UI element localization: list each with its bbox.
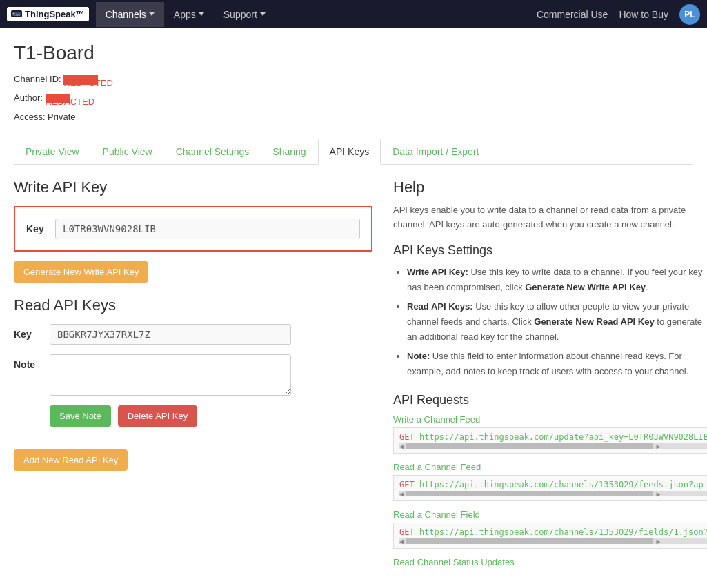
read-key-label: Key bbox=[14, 324, 41, 340]
left-column: Write API Key Key Generate New Write API… bbox=[14, 179, 372, 576]
help-description: API keys enable you to write data to a c… bbox=[393, 203, 707, 232]
write-feed-get: GET bbox=[399, 432, 415, 442]
logo-icon bbox=[11, 10, 22, 19]
api-requests-title: API Requests bbox=[393, 393, 707, 407]
read-feed-scroll-thumb bbox=[406, 491, 653, 496]
add-new-read-api-key-button[interactable]: Add New Read API Key bbox=[14, 449, 128, 471]
tab-api-keys[interactable]: API Keys bbox=[318, 139, 381, 165]
scroll-left-arrow3[interactable]: ◀ bbox=[399, 538, 404, 545]
write-feed-scrollbar[interactable]: ◀ ▶ bbox=[399, 443, 707, 449]
read-field-box: GET https://api.thingspeak.com/channels/… bbox=[393, 523, 707, 549]
note-textarea[interactable] bbox=[50, 354, 291, 396]
tab-channel-settings[interactable]: Channel Settings bbox=[164, 139, 261, 165]
write-key-row: Key bbox=[26, 219, 360, 239]
read-field-label[interactable]: Read a Channel Field bbox=[393, 509, 707, 520]
write-api-title: Write API Key bbox=[14, 179, 372, 196]
nav-channels[interactable]: Channels bbox=[96, 2, 164, 27]
read-api-title: Read API Keys bbox=[14, 296, 372, 314]
note-label: Note bbox=[14, 354, 41, 370]
support-caret bbox=[260, 12, 266, 16]
read-field-scroll-thumb bbox=[406, 538, 653, 544]
tab-private-view[interactable]: Private View bbox=[14, 139, 91, 165]
tab-public-view[interactable]: Public View bbox=[91, 139, 164, 165]
brand-text: ThingSpeak™ bbox=[25, 9, 85, 19]
write-feed-label[interactable]: Write a Channel Feed bbox=[393, 414, 707, 425]
read-feed-scrollbar[interactable]: ◀ ▶ bbox=[399, 491, 707, 496]
brand-logo[interactable]: ThingSpeak™ bbox=[7, 7, 89, 21]
scroll-right-arrow2[interactable]: ▶ bbox=[656, 490, 660, 498]
write-feed-section: Write a Channel Feed GET https://api.thi… bbox=[393, 414, 707, 454]
read-feed-section: Read a Channel Feed GET https://api.thin… bbox=[393, 462, 707, 501]
channels-link[interactable]: Channels bbox=[96, 2, 164, 27]
read-feed-box: GET https://api.thingspeak.com/channels/… bbox=[393, 475, 707, 501]
generate-write-key-button[interactable]: Generate New Write API Key bbox=[14, 261, 148, 283]
commercial-use-link[interactable]: Commercial Use bbox=[537, 9, 608, 20]
access-row: Access: Private bbox=[14, 109, 693, 125]
read-feed-get: GET bbox=[399, 480, 415, 489]
main-nav: Channels Apps Support bbox=[96, 2, 275, 27]
tab-data-import-export[interactable]: Data Import / Export bbox=[381, 139, 490, 165]
scroll-left-arrow2[interactable]: ◀ bbox=[399, 490, 404, 498]
settings-item-read-bold: Read API Keys: bbox=[407, 301, 473, 312]
page-title: T1-Board bbox=[14, 42, 693, 64]
scroll-right-arrow3[interactable]: ▶ bbox=[656, 538, 660, 545]
navbar: ThingSpeak™ Channels Apps Support Commer… bbox=[0, 0, 707, 28]
main-content: T1-Board Channel ID: REDACTED Author: RE… bbox=[0, 28, 707, 588]
delete-api-key-button[interactable]: Delete API Key bbox=[118, 405, 197, 427]
author-redacted: REDACTED bbox=[46, 94, 70, 103]
right-column: Help API keys enable you to write data t… bbox=[393, 179, 707, 576]
tab-sharing[interactable]: Sharing bbox=[261, 139, 317, 165]
read-field-section: Read a Channel Field GET https://api.thi… bbox=[393, 509, 707, 549]
support-link[interactable]: Support bbox=[214, 2, 275, 27]
write-feed-box: GET https://api.thingspeak.com/update?ap… bbox=[393, 427, 707, 454]
write-key-box: Key bbox=[14, 206, 372, 252]
api-keys-settings-title: API Keys Settings bbox=[393, 243, 707, 258]
scroll-right-arrow[interactable]: ▶ bbox=[656, 443, 660, 450]
read-field-content: GET https://api.thingspeak.com/channels/… bbox=[399, 527, 707, 537]
channels-caret bbox=[149, 12, 155, 16]
nav-apps[interactable]: Apps bbox=[164, 2, 214, 27]
divider bbox=[14, 438, 372, 438]
scroll-left-arrow[interactable]: ◀ bbox=[399, 443, 404, 450]
settings-item-note-bold: Note: bbox=[407, 351, 430, 361]
tabs-bar: Private View Public View Channel Setting… bbox=[14, 139, 693, 165]
user-avatar[interactable]: PL bbox=[679, 4, 700, 25]
read-feed-label[interactable]: Read a Channel Feed bbox=[393, 462, 707, 472]
read-status-label[interactable]: Read Channel Status Updates bbox=[393, 557, 707, 567]
write-feed-url: https://api.thingspeak.com/update?api_ke… bbox=[419, 432, 707, 442]
read-field-scrollbar[interactable]: ◀ ▶ bbox=[399, 538, 707, 544]
settings-item-note: Note: Use this field to enter informatio… bbox=[407, 349, 707, 379]
write-feed-content: GET https://api.thingspeak.com/update?ap… bbox=[399, 432, 707, 442]
write-key-input[interactable] bbox=[55, 219, 360, 239]
read-feed-url: https://api.thingspeak.com/channels/1353… bbox=[419, 480, 707, 489]
nav-support[interactable]: Support bbox=[214, 2, 275, 27]
svg-point-2 bbox=[13, 12, 15, 14]
save-note-button[interactable]: Save Note bbox=[50, 405, 111, 427]
how-to-buy-link[interactable]: How to Buy bbox=[619, 9, 668, 20]
author-row: Author: REDACTED bbox=[14, 90, 693, 105]
read-feed-content: GET https://api.thingspeak.com/channels/… bbox=[399, 480, 707, 489]
navbar-right: Commercial Use How to Buy PL bbox=[537, 4, 700, 25]
settings-item-read: Read API Keys: Use this key to allow oth… bbox=[407, 299, 707, 345]
settings-item-write: Write API Key: Use this key to write dat… bbox=[407, 265, 707, 295]
apps-link[interactable]: Apps bbox=[164, 2, 214, 27]
note-row: Note bbox=[14, 354, 372, 396]
read-key-input[interactable] bbox=[50, 324, 291, 345]
write-feed-scroll-thumb bbox=[406, 443, 653, 449]
read-status-section: Read Channel Status Updates bbox=[393, 557, 707, 567]
help-title: Help bbox=[393, 179, 707, 196]
two-column-layout: Write API Key Key Generate New Write API… bbox=[14, 165, 693, 588]
apps-caret bbox=[199, 12, 204, 16]
read-key-row: Key bbox=[14, 324, 372, 345]
channel-id-redacted: REDACTED bbox=[63, 75, 98, 85]
action-buttons-row: Save Note Delete API Key bbox=[50, 405, 372, 427]
settings-list: Write API Key: Use this key to write dat… bbox=[393, 265, 707, 380]
settings-item-write-bold: Write API Key: bbox=[407, 267, 468, 277]
write-key-label: Key bbox=[26, 223, 47, 234]
read-field-url: https://api.thingspeak.com/channels/1353… bbox=[419, 527, 707, 537]
read-field-get: GET bbox=[399, 527, 415, 537]
channel-id-row: Channel ID: REDACTED bbox=[14, 71, 693, 87]
